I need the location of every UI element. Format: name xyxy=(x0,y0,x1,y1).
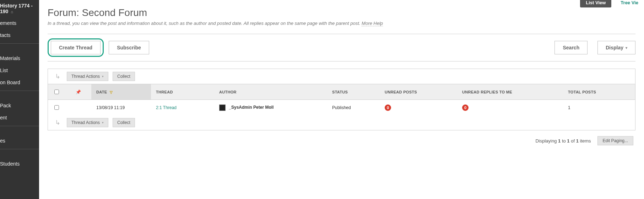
course-title[interactable]: History 1774 - 190 ⌂ xyxy=(0,0,39,17)
forum-toolbar: Create Thread Subscribe Search Display ▾ xyxy=(48,34,635,61)
toolbar-right: Search Display ▾ xyxy=(554,41,635,54)
page-title: Forum: Second Forum xyxy=(48,7,635,18)
table-header-row: 📌 DATE ▽ THREAD AUTHOR STATUS UNREAD POS… xyxy=(48,84,635,100)
paging-items-word: items xyxy=(580,138,591,144)
list-view-tab[interactable]: List View xyxy=(580,0,611,7)
row-checkbox[interactable] xyxy=(54,105,59,110)
unread-posts-column-header[interactable]: UNREAD POSTS xyxy=(380,84,457,100)
collect-button[interactable]: Collect xyxy=(113,118,135,127)
tree-view-tab[interactable]: Tree Vie xyxy=(615,0,644,7)
page-description: In a thread, you can view the post and i… xyxy=(48,21,635,26)
author-name: _SysAdmin Peter Moll xyxy=(229,105,274,110)
subscribe-button[interactable]: Subscribe xyxy=(109,41,149,54)
view-tabs: List View Tree Vie xyxy=(580,0,644,7)
row-status: Published xyxy=(327,100,380,115)
search-button[interactable]: Search xyxy=(554,41,588,54)
paging-to-word: to xyxy=(562,138,567,144)
edit-paging-button[interactable]: Edit Paging... xyxy=(597,136,633,145)
table-row: 13/08/19 11:19 2:1 Thread _SysAdmin Pete… xyxy=(48,100,635,115)
arrow-right-icon: ↳ xyxy=(55,119,60,127)
select-all-checkbox[interactable] xyxy=(54,90,59,94)
home-icon: ⌂ xyxy=(11,10,13,14)
arrow-right-icon: ↳ xyxy=(55,72,60,80)
date-label: DATE xyxy=(96,90,107,94)
thread-actions-bottom: ↳ Thread Actions ▾ Collect xyxy=(48,115,635,130)
unread-posts-badge[interactable]: 0 xyxy=(385,104,391,111)
chevron-down-icon: ▾ xyxy=(102,121,104,124)
author-column-header[interactable]: AUTHOR xyxy=(214,84,327,100)
thread-actions-button[interactable]: Thread Actions ▾ xyxy=(67,118,108,127)
thread-column-header[interactable]: THREAD xyxy=(151,84,214,100)
paging-to: 1 xyxy=(567,138,569,144)
divider xyxy=(0,126,39,133)
row-author[interactable]: _SysAdmin Peter Moll xyxy=(214,100,327,115)
thread-actions-button[interactable]: Thread Actions ▾ xyxy=(67,72,108,81)
sidebar-item[interactable]: ent xyxy=(0,112,39,124)
thread-list-card: ↳ Thread Actions ▾ Collect 📌 DATE ▽ THRE… xyxy=(48,69,635,130)
row-date: 13/08/19 11:19 xyxy=(91,100,151,115)
sidebar-item[interactable]: tacts xyxy=(0,29,39,41)
sidebar-item[interactable]: es xyxy=(0,135,39,147)
thread-actions-top: ↳ Thread Actions ▾ Collect xyxy=(48,69,635,84)
sidebar-item[interactable]: ements xyxy=(0,17,39,29)
display-button[interactable]: Display ▾ xyxy=(597,41,635,54)
divider xyxy=(0,91,39,97)
thread-actions-label: Thread Actions xyxy=(71,120,100,125)
paging-total: 1 xyxy=(576,138,579,144)
main-content: List View Tree Vie Forum: Second Forum I… xyxy=(39,0,644,199)
thread-link[interactable]: 2:1 Thread xyxy=(156,105,177,110)
create-thread-highlight: Create Thread xyxy=(48,38,104,57)
status-column-header[interactable]: STATUS xyxy=(327,84,380,100)
course-title-text: History 1774 - 190 xyxy=(0,3,33,14)
sidebar-item[interactable]: on Board xyxy=(0,76,39,88)
chevron-down-icon: ▾ xyxy=(626,46,627,50)
unread-replies-badge[interactable]: 0 xyxy=(462,104,469,111)
more-help-link[interactable]: More Help xyxy=(362,21,383,26)
unread-replies-column-header[interactable]: UNREAD REPLIES TO ME xyxy=(457,84,563,100)
thread-actions-label: Thread Actions xyxy=(71,74,100,79)
divider xyxy=(0,43,39,50)
avatar xyxy=(219,104,226,111)
sidebar-item[interactable]: Materials xyxy=(0,52,39,64)
paging-from: 1 xyxy=(558,138,561,144)
threads-table: 📌 DATE ▽ THREAD AUTHOR STATUS UNREAD POS… xyxy=(48,84,635,115)
divider xyxy=(0,149,39,156)
create-thread-button[interactable]: Create Thread xyxy=(51,41,101,54)
total-posts-column-header[interactable]: TOTAL POSTS xyxy=(563,84,635,100)
paging-text: Displaying 1 to 1 of 1 items xyxy=(535,138,591,144)
collect-button[interactable]: Collect xyxy=(113,72,135,81)
paging-prefix: Displaying xyxy=(535,138,558,144)
course-sidebar: History 1774 - 190 ⌂ ements tacts Materi… xyxy=(0,0,39,199)
paging-bar: Displaying 1 to 1 of 1 items Edit Paging… xyxy=(48,130,635,151)
sort-down-icon: ▽ xyxy=(110,90,113,94)
paging-of-word: of xyxy=(571,138,576,144)
sidebar-item[interactable]: List xyxy=(0,64,39,76)
page-description-text: In a thread, you can view the post and i… xyxy=(48,21,360,26)
pin-icon[interactable]: 📌 xyxy=(76,90,81,95)
sidebar-item[interactable]: Students xyxy=(0,158,39,170)
row-total-posts: 1 xyxy=(563,100,635,115)
chevron-down-icon: ▾ xyxy=(102,75,104,78)
display-button-label: Display xyxy=(606,45,623,50)
date-column-header[interactable]: DATE ▽ xyxy=(91,84,151,100)
sidebar-item[interactable]: Pack xyxy=(0,100,39,112)
